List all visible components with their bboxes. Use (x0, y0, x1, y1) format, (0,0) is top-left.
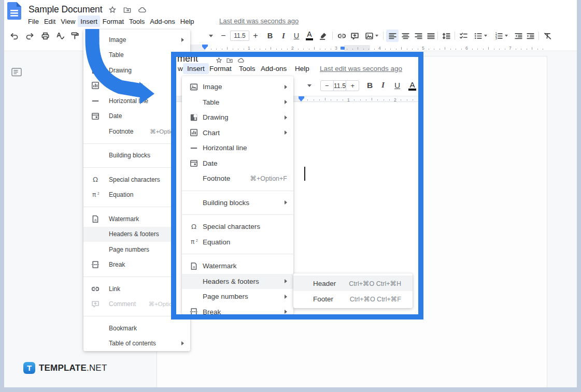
font-size-control[interactable]: − 11.5 + (320, 80, 359, 91)
menu-item-label: Headers & footers (203, 278, 259, 285)
clear-formatting-button[interactable] (541, 30, 554, 42)
menu-item-label: Drawing (203, 113, 229, 121)
bold-button[interactable]: B (264, 30, 276, 42)
menu-item-label: Drawing (109, 67, 132, 74)
ruler-tick (319, 99, 320, 100)
insert-image-button[interactable] (362, 30, 380, 42)
menu-format[interactable]: Format (100, 16, 126, 27)
move-folder-icon[interactable] (123, 6, 132, 14)
submenu-item-header[interactable]: HeaderCtrl+⌘O Ctrl+⌘H (293, 275, 413, 291)
svg-text:π: π (191, 238, 194, 245)
menu-item-table[interactable]: Table (182, 95, 293, 110)
numbered-list-button[interactable]: 123 (491, 30, 510, 42)
spellcheck-button[interactable] (54, 30, 66, 42)
icon-placeholder (189, 277, 199, 286)
line-spacing-button[interactable] (440, 30, 452, 42)
menu-file[interactable]: File (25, 16, 41, 27)
decrease-font-button[interactable]: − (321, 81, 333, 91)
document-title[interactable]: Sample Document (29, 4, 102, 15)
submenu-arrow-icon (285, 310, 287, 314)
menu-add-ons[interactable]: Add-ons (147, 16, 177, 27)
star-icon[interactable] (108, 6, 117, 14)
menu-view[interactable]: View (58, 16, 78, 27)
docs-icon[interactable] (7, 2, 21, 20)
text-cursor (304, 167, 305, 181)
menu-item-image[interactable]: Image (83, 32, 190, 48)
font-dropdown-caret-button[interactable] (205, 30, 217, 42)
italic-button[interactable]: I (277, 30, 290, 42)
indent-button[interactable] (524, 30, 536, 42)
menu-add-ons[interactable]: Add-ons (261, 65, 287, 72)
menu-item-footnote[interactable]: Footnote⌘+Option+F (182, 171, 293, 186)
align-center-button[interactable] (399, 30, 412, 42)
undo-button[interactable] (8, 30, 20, 42)
menu-item-watermark[interactable]: aWatermark (182, 258, 293, 274)
menu-item-headers-footers[interactable]: Headers & footers (182, 274, 293, 289)
menu-tools[interactable]: Tools (239, 65, 256, 72)
ruler-number: 1 (347, 97, 350, 103)
bold-button[interactable]: B (367, 81, 373, 90)
decrease-font-button[interactable]: − (217, 30, 230, 42)
last-edit-status[interactable]: Last edit was seconds ago (320, 65, 402, 72)
ruler-tick (445, 47, 445, 50)
last-edit-status[interactable]: Last edit was seconds ago (219, 17, 299, 25)
menu-format[interactable]: Format (209, 65, 232, 72)
font-size-value[interactable]: 11.5 (230, 31, 249, 41)
menu-edit[interactable]: Edit (41, 16, 58, 27)
icon-placeholder (91, 50, 100, 60)
underline-button[interactable]: U (394, 81, 400, 90)
menu-item-date[interactable]: Date (182, 156, 293, 171)
font-dropdown-caret[interactable] (307, 84, 311, 87)
italic-button[interactable]: I (381, 80, 385, 90)
cloud-saved-icon (138, 6, 147, 14)
document-outline-icon[interactable] (11, 68, 22, 77)
menu-item-building-blocks[interactable]: Building blocks (182, 195, 293, 211)
comment-icon (91, 299, 100, 309)
outdent-button[interactable] (512, 30, 525, 42)
ruler-tick (314, 99, 314, 100)
submenu-item-footer[interactable]: FooterCtrl+⌘O Ctrl+⌘F (293, 291, 413, 307)
bullet-list-button[interactable] (471, 30, 489, 42)
align-right-button[interactable] (412, 30, 424, 42)
underline-button[interactable]: U (290, 30, 303, 42)
comment-button[interactable] (348, 30, 361, 42)
ruler-tick (360, 99, 361, 100)
menu-help[interactable]: Help (178, 16, 197, 27)
print-button[interactable] (39, 30, 51, 42)
ruler-tick (377, 99, 378, 100)
checklist-button[interactable] (457, 30, 470, 42)
menu-item-special-characters[interactable]: ΩSpecial characters (182, 219, 293, 235)
menu-insert[interactable]: Insert (78, 16, 100, 27)
menu-item-chart[interactable]: Chart (182, 125, 293, 141)
text-color-button[interactable]: A (303, 30, 316, 42)
menu-item-table-of-contents[interactable]: Table of contents (83, 336, 190, 352)
submenu-arrow-icon (285, 279, 287, 283)
menu-item-page-numbers[interactable]: Page numbers (182, 289, 293, 304)
menu-help[interactable]: Help (295, 65, 309, 72)
icon-placeholder (189, 292, 199, 301)
ruler-tick (216, 49, 217, 50)
svg-text:3: 3 (495, 36, 497, 40)
menu-item-equation[interactable]: π2Equation (182, 235, 293, 250)
indent-marker[interactable] (299, 96, 304, 101)
menu-item-image[interactable]: Image (182, 79, 293, 95)
menu-item-bookmark[interactable]: Bookmark (83, 321, 190, 336)
menu-item-break[interactable]: Break (182, 304, 293, 315)
indent-marker[interactable] (202, 45, 208, 50)
menu-insert[interactable]: Insert (183, 63, 209, 74)
increase-font-button[interactable]: + (346, 81, 359, 91)
menu-item-label: Link (109, 285, 120, 293)
redo-button[interactable] (23, 30, 36, 42)
menu-item-drawing[interactable]: Drawing (182, 110, 293, 125)
align-justify-button[interactable] (424, 30, 437, 42)
paint-format-button[interactable] (68, 30, 81, 42)
text-color-button[interactable]: A (408, 81, 416, 91)
align-left-button[interactable] (386, 30, 399, 42)
font-size-value[interactable]: 11.5 (333, 81, 347, 91)
menu-tools[interactable]: Tools (126, 16, 147, 27)
highlight-button[interactable] (317, 30, 329, 42)
increase-font-button[interactable]: + (249, 30, 262, 42)
ruler-tick (227, 47, 228, 50)
link-button[interactable] (335, 30, 348, 42)
menu-item-horizontal-line[interactable]: Horizontal line (182, 140, 293, 156)
